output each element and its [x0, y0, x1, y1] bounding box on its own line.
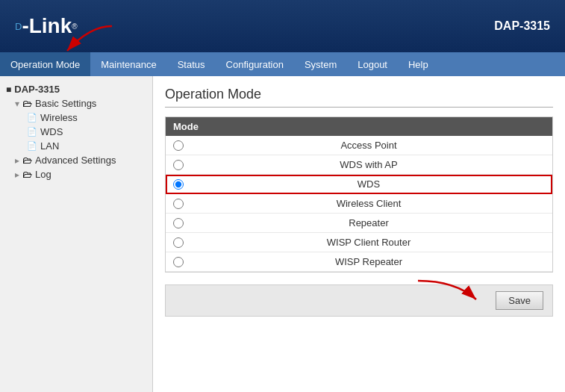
sidebar-advanced-settings[interactable]: ▸ 🗁 Advanced Settings	[0, 153, 152, 167]
mode-row-access-point: Access Point	[166, 136, 552, 155]
nav-help[interactable]: Help	[398, 52, 439, 76]
table-header: Mode	[166, 117, 552, 136]
nav-logout[interactable]: Logout	[347, 52, 398, 76]
sidebar-root[interactable]: ■ DAP-3315	[0, 82, 152, 96]
save-arrow	[411, 277, 485, 314]
mode-table: Mode Access Point WDS with AP WDS Wirele…	[165, 116, 553, 273]
mode-radio-wds[interactable]	[173, 179, 184, 190]
mode-row-wisp-repeater: WISP Repeater	[166, 252, 552, 272]
sidebar-wds-label: WDS	[40, 126, 63, 137]
logo: D-Link®	[15, 14, 78, 38]
nav-maintenance[interactable]: Maintenance	[90, 52, 166, 76]
mode-row-wisp-client-router: WISP Client Router	[166, 233, 552, 252]
sidebar-log[interactable]: ▸ 🗁 Log	[0, 167, 152, 181]
sidebar-root-label: DAP-3315	[14, 84, 60, 95]
sidebar: ■ DAP-3315 ▾ 🗁 Basic Settings 📄 Wireless…	[0, 76, 153, 392]
content-area: Operation Mode Mode Access Point WDS wit…	[153, 76, 565, 392]
nav-system[interactable]: System	[294, 52, 347, 76]
nav-configuration[interactable]: Configuration	[216, 52, 294, 76]
mode-radio-wds-with-ap[interactable]	[173, 160, 184, 170]
mode-row-wireless-client: Wireless Client	[166, 194, 552, 214]
sidebar-basic-settings-label: Basic Settings	[35, 98, 96, 109]
page-title: Operation Mode	[165, 87, 553, 108]
header: D-Link® DAP-3315	[0, 0, 565, 52]
main-layout: ■ DAP-3315 ▾ 🗁 Basic Settings 📄 Wireless…	[0, 76, 565, 392]
sidebar-lan[interactable]: 📄 LAN	[0, 139, 152, 153]
sidebar-advanced-settings-label: Advanced Settings	[35, 155, 116, 166]
navbar: Operation Mode Maintenance Status Config…	[0, 52, 565, 76]
mode-label-repeater: Repeater	[193, 217, 545, 228]
save-area: Save	[165, 284, 553, 317]
sidebar-log-label: Log	[35, 169, 51, 180]
logo-link: Link	[29, 14, 72, 38]
mode-row-repeater: Repeater	[166, 214, 552, 233]
save-button[interactable]: Save	[496, 291, 543, 310]
mode-radio-wireless-client[interactable]	[173, 199, 184, 209]
sidebar-wireless-label: Wireless	[40, 112, 78, 123]
mode-radio-repeater[interactable]	[173, 218, 184, 228]
mode-radio-wisp-client-router[interactable]	[173, 237, 184, 248]
mode-label-access-point: Access Point	[193, 140, 545, 151]
model-name: DAP-3315	[494, 19, 550, 33]
mode-label-wisp-repeater: WISP Repeater	[193, 256, 545, 267]
mode-label-wds: WDS	[193, 178, 545, 190]
mode-label-wds-with-ap: WDS with AP	[193, 159, 545, 170]
sidebar-wireless[interactable]: 📄 Wireless	[0, 111, 152, 125]
nav-status[interactable]: Status	[167, 52, 216, 76]
mode-label-wisp-client-router: WISP Client Router	[193, 237, 545, 248]
mode-row-wds-with-ap: WDS with AP	[166, 155, 552, 175]
sidebar-wds[interactable]: 📄 WDS	[0, 125, 152, 139]
logo-d: D	[15, 21, 22, 32]
mode-radio-wisp-repeater[interactable]	[173, 257, 184, 267]
mode-row-wds: WDS	[166, 175, 552, 194]
mode-label-wireless-client: Wireless Client	[193, 198, 545, 209]
mode-radio-access-point[interactable]	[173, 140, 184, 151]
sidebar-basic-settings[interactable]: ▾ 🗁 Basic Settings	[0, 96, 152, 111]
nav-operation-mode[interactable]: Operation Mode	[0, 52, 90, 76]
sidebar-lan-label: LAN	[40, 140, 59, 152]
trademark: ®	[72, 22, 77, 31]
